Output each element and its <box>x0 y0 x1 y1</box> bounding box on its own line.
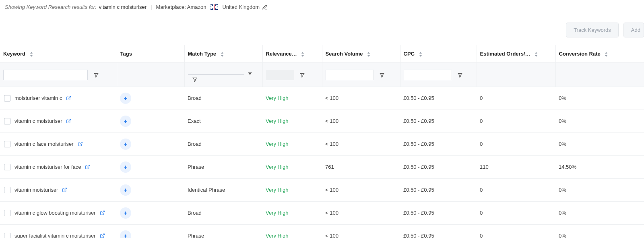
add-tag-button[interactable]: + <box>120 230 131 238</box>
filter-icon[interactable] <box>93 72 99 78</box>
sort-icon <box>604 52 608 57</box>
table-row: moisturiser vitamin c + Broad Very High … <box>0 87 644 110</box>
search-volume-cell: < 100 <box>322 132 400 155</box>
estimated-orders-cell: 0 <box>477 178 555 201</box>
external-link-icon[interactable] <box>85 164 90 170</box>
add-button[interactable]: Add <box>623 23 644 37</box>
add-tag-button[interactable]: + <box>120 93 131 104</box>
row-checkbox[interactable] <box>4 210 10 216</box>
search-volume-cell: < 100 <box>322 178 400 201</box>
filter-cell-conversion <box>555 63 644 87</box>
row-checkbox[interactable] <box>4 187 10 193</box>
match-type-cell: Phrase <box>184 155 262 178</box>
conversion-rate-cell: 0% <box>555 110 644 132</box>
filter-cell-tags <box>117 63 184 87</box>
match-type-cell: Broad <box>184 87 262 110</box>
add-tag-button[interactable]: + <box>120 207 131 219</box>
cpc-cell: £0.50 - £0.95 <box>400 155 477 178</box>
track-keywords-button[interactable]: Track Keywords <box>566 23 619 37</box>
match-type-cell: Broad <box>184 132 262 155</box>
keyword-text: moisturiser vitamin c <box>14 95 62 101</box>
filter-cell-match <box>184 63 262 87</box>
conversion-rate-cell: 0% <box>555 224 644 238</box>
keyword-text: vitamin moisturiser <box>14 187 58 193</box>
conversion-rate-cell: 0% <box>555 87 644 110</box>
keyword-text: vitamin c face moisturiser <box>14 141 74 147</box>
match-type-cell: Broad <box>184 201 262 224</box>
estimated-orders-cell: 0 <box>477 201 555 224</box>
search-volume-cell: < 100 <box>322 87 400 110</box>
filter-icon[interactable] <box>192 77 198 83</box>
filter-icon[interactable] <box>379 72 385 78</box>
results-prefix: Showing Keyword Research results for: <box>5 4 97 10</box>
col-header-tags[interactable]: Tags <box>117 45 184 63</box>
external-link-icon[interactable] <box>100 210 105 215</box>
col-header-relevance[interactable]: Relevance… <box>262 45 322 63</box>
keyword-text: vitamin c glow boosting moisturiser <box>14 210 96 216</box>
filter-icon[interactable] <box>299 72 305 78</box>
edit-icon[interactable] <box>262 4 268 10</box>
search-volume-cell: < 100 <box>322 224 400 238</box>
search-volume-cell: < 100 <box>322 201 400 224</box>
external-link-icon[interactable] <box>78 141 83 147</box>
match-filter-select[interactable] <box>188 67 244 75</box>
sort-icon <box>534 52 538 57</box>
row-checkbox[interactable] <box>4 164 10 170</box>
sort-icon <box>220 52 224 57</box>
filter-cell-orders <box>477 63 555 87</box>
external-link-icon[interactable] <box>100 233 105 238</box>
table-row: vitamin moisturiser + Identical Phrase V… <box>0 178 644 201</box>
table-row: vitamin c moisturiser for face + Phrase … <box>0 155 644 178</box>
relevance-filter-input[interactable] <box>266 70 294 80</box>
sort-icon <box>301 52 305 57</box>
marketplace-country: United Kingdom <box>222 4 260 10</box>
conversion-rate-cell: 0% <box>555 178 644 201</box>
chevron-down-icon[interactable] <box>248 72 252 76</box>
conversion-rate-cell: 0% <box>555 201 644 224</box>
keyword-table: Keyword Tags Match Type Relevance… <box>0 45 644 238</box>
search-term: vitamin c moisturiser <box>99 4 147 10</box>
results-header: Showing Keyword Research results for: vi… <box>0 0 644 15</box>
col-header-conversion[interactable]: Conversion Rate <box>555 45 644 63</box>
external-link-icon[interactable] <box>66 95 71 101</box>
filter-cell-volume <box>322 63 400 87</box>
cpc-cell: £0.50 - £0.95 <box>400 178 477 201</box>
filter-cell-cpc <box>400 63 477 87</box>
search-volume-cell: < 100 <box>322 110 400 132</box>
col-header-match[interactable]: Match Type <box>184 45 262 63</box>
col-header-volume[interactable]: Search Volume <box>322 45 400 63</box>
add-tag-button[interactable]: + <box>120 139 131 150</box>
row-checkbox[interactable] <box>4 141 10 147</box>
cpc-cell: £0.50 - £0.95 <box>400 87 477 110</box>
external-link-icon[interactable] <box>62 187 67 192</box>
match-type-cell: Identical Phrase <box>184 178 262 201</box>
col-header-keyword[interactable]: Keyword <box>0 45 117 63</box>
add-tag-button[interactable]: + <box>120 161 131 173</box>
row-checkbox[interactable] <box>4 95 10 101</box>
col-header-orders[interactable]: Estimated Orders/… <box>477 45 555 63</box>
conversion-rate-cell: 14.50% <box>555 155 644 178</box>
search-volume-cell: 761 <box>322 155 400 178</box>
volume-filter-input[interactable] <box>326 70 374 80</box>
external-link-icon[interactable] <box>66 118 71 124</box>
relevance-cell: Very High <box>262 110 322 132</box>
col-header-cpc[interactable]: CPC <box>400 45 477 63</box>
keyword-filter-input[interactable] <box>3 70 88 80</box>
relevance-cell: Very High <box>262 132 322 155</box>
filter-icon[interactable] <box>457 72 463 78</box>
cpc-cell: £0.50 - £0.95 <box>400 132 477 155</box>
cpc-filter-input[interactable] <box>404 70 452 80</box>
cpc-cell: £0.50 - £0.95 <box>400 110 477 132</box>
estimated-orders-cell: 0 <box>477 87 555 110</box>
row-checkbox[interactable] <box>4 118 10 124</box>
filter-cell-keyword <box>0 63 117 87</box>
cpc-cell: £0.50 - £0.95 <box>400 224 477 238</box>
cpc-cell: £0.50 - £0.95 <box>400 201 477 224</box>
match-type-cell: Phrase <box>184 224 262 238</box>
keyword-text: super facialist vitamin c moisturiser <box>14 233 96 238</box>
add-tag-button[interactable]: + <box>120 184 131 196</box>
row-checkbox[interactable] <box>4 233 10 238</box>
marketplace-label: Marketplace: Amazon <box>156 4 206 10</box>
table-row: vitamin c face moisturiser + Broad Very … <box>0 132 644 155</box>
add-tag-button[interactable]: + <box>120 116 131 127</box>
